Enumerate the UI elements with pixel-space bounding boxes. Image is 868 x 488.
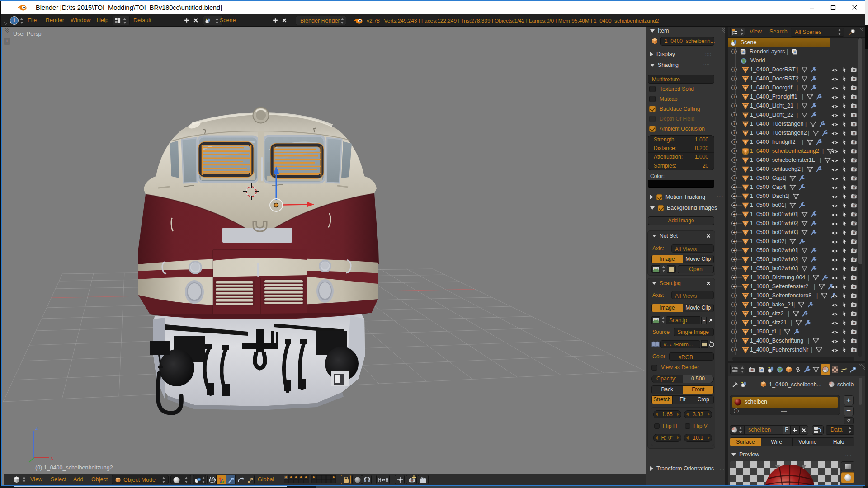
svg-text:x: x	[51, 455, 53, 460]
svg-text:z: z	[35, 425, 38, 431]
